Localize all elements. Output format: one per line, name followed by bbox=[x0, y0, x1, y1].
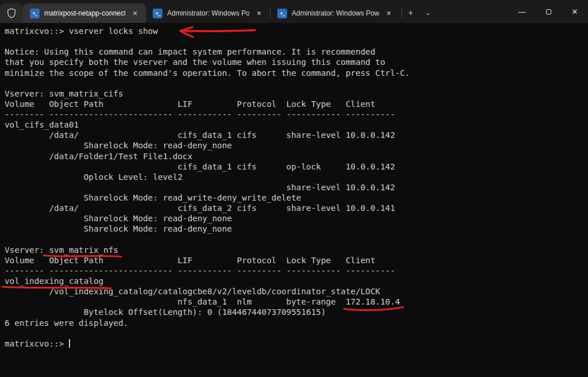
admin-shield-icon bbox=[6, 7, 17, 20]
close-icon: ✕ bbox=[572, 7, 578, 16]
close-window-button[interactable]: ✕ bbox=[562, 0, 588, 23]
terminal-pane[interactable]: matrixcvo::> vserver locks show Notice: … bbox=[0, 23, 588, 377]
powershell-icon: >_ bbox=[30, 9, 40, 18]
tab-bar: >_ matrixpost-netapp-connector ✕ >_ Admi… bbox=[0, 0, 588, 23]
text-cursor bbox=[69, 339, 70, 348]
tab-admin-powershell-1[interactable]: >_ Administrator: Windows Powe ✕ bbox=[146, 3, 270, 23]
tab-admin-powershell-2[interactable]: >_ Administrator: Windows Powe ✕ bbox=[270, 3, 401, 23]
tab-title: matrixpost-netapp-connector bbox=[44, 9, 125, 17]
terminal-window: >_ matrixpost-netapp-connector ✕ >_ Admi… bbox=[0, 0, 588, 377]
powershell-icon: >_ bbox=[277, 9, 287, 18]
tab-title: Administrator: Windows Powe bbox=[167, 9, 249, 17]
terminal-output: matrixcvo::> vserver locks show Notice: … bbox=[5, 26, 410, 349]
powershell-icon: >_ bbox=[153, 9, 163, 18]
close-tab-icon[interactable]: ✕ bbox=[130, 8, 140, 18]
maximize-icon bbox=[546, 9, 551, 14]
elevated-indicator bbox=[0, 3, 23, 23]
minimize-button[interactable]: — bbox=[509, 0, 535, 23]
new-tab-button[interactable]: + bbox=[402, 4, 419, 21]
maximize-button[interactable] bbox=[535, 0, 562, 23]
close-tab-icon[interactable]: ✕ bbox=[254, 8, 264, 18]
tab-matrixpost-netapp-connector[interactable]: >_ matrixpost-netapp-connector ✕ bbox=[23, 3, 146, 23]
minimize-icon: — bbox=[519, 7, 526, 16]
tab-dropdown-button[interactable]: ⌄ bbox=[419, 4, 436, 21]
tab-title: Administrator: Windows Powe bbox=[292, 9, 379, 17]
close-tab-icon[interactable]: ✕ bbox=[384, 8, 394, 18]
